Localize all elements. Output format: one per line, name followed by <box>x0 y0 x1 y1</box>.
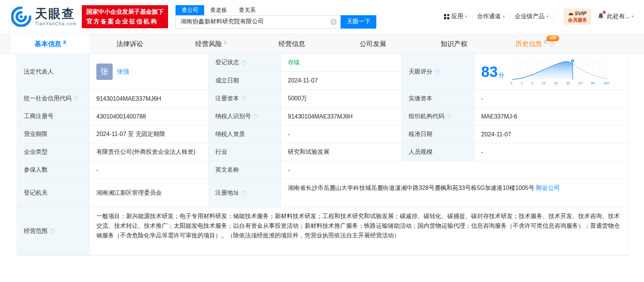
nav-item-partner[interactable]: 合作通道 ▾ <box>477 13 505 20</box>
tab-label: 经营风险 <box>195 39 222 48</box>
help-icon[interactable]: ? <box>241 190 247 196</box>
field-label: 行业 <box>215 148 227 156</box>
field-value: MAE337MJ-6 <box>481 113 517 120</box>
nav-item-apps[interactable]: 应用 ▾ <box>444 13 467 20</box>
field-label: 注册地址 <box>215 189 239 197</box>
company-type-label-cell: 企业类型 <box>17 143 90 161</box>
field-value: 研究和试验发展 <box>288 148 329 156</box>
search-tab-company[interactable]: 查公司 <box>176 5 204 15</box>
score-axis-tick: 3 <box>531 81 533 85</box>
field-value: 有限责任公司(外商投资企业法人独资) <box>96 148 196 156</box>
business-term-value-cell: 2024-11-07 至 无固定期限 <box>90 126 209 143</box>
nav-item-more[interactable]: 此处有... ▾ <box>607 13 634 20</box>
help-icon[interactable]: ? <box>73 96 79 101</box>
field-label: 成立日期 <box>215 77 239 85</box>
credit-code-value-cell: 91430104MAE337MJ6H <box>90 90 209 108</box>
chevron-down-icon: ▾ <box>631 14 634 19</box>
staff-size-label-cell: 人员规模 <box>402 143 474 161</box>
vip-badge: VIP <box>547 35 559 41</box>
field-value: 430104001400788 <box>96 113 146 120</box>
crown-icon <box>569 12 573 16</box>
tab-history-info[interactable]: VIP 历史信息 5 ? <box>495 34 576 54</box>
english-name-value-cell: - <box>281 161 629 179</box>
score-axis-tick: 97 <box>579 81 582 85</box>
nearby-companies-link[interactable]: 附近公司 <box>536 185 560 191</box>
industry-value-cell: 研究和试验发展 <box>281 143 402 161</box>
tab-operation-risk[interactable]: 经营风险 1 <box>170 34 251 54</box>
reg-status-value-cell: 存续 <box>281 54 402 72</box>
field-value: 2024-11-07 至 无固定期限 <box>96 130 165 138</box>
field-label: 天眼评分 <box>409 68 432 76</box>
field-value: - <box>481 149 483 156</box>
field-value: 91430104MAE337MJ6H <box>96 95 161 102</box>
nav-item-enterprise[interactable]: 企业级产品 ▾ <box>515 13 549 20</box>
field-label: 工商注册号 <box>24 113 54 120</box>
nav-enterprise-label: 企业级产品 <box>515 13 545 20</box>
help-icon[interactable]: ? <box>241 60 247 65</box>
score-value-cell: 83分 <box>474 54 629 90</box>
field-label: 注册资本 <box>215 95 239 103</box>
certification-badge: 国家中小企业发展子基金旗下 官方备案企业征信机构 <box>82 5 168 28</box>
search-tab-boss[interactable]: 查老板 <box>204 5 233 15</box>
tab-basic-info[interactable]: 基本信息 8 <box>11 34 89 54</box>
search-button[interactable]: 天眼一下 <box>341 15 376 29</box>
tianyancha-logo[interactable]: 天眼查 TianYanCha.com <box>11 7 77 27</box>
field-label: 核准日期 <box>409 130 432 138</box>
business-scope-label-cell: 经营范围 ? <box>17 207 90 255</box>
brand-domain: TianYanCha.com <box>35 21 77 26</box>
tab-count: 8 <box>63 39 66 45</box>
help-icon[interactable]: ? <box>434 69 440 75</box>
score-axis-tick: 85 <box>566 81 570 85</box>
taxpayer-quality-value-cell: - <box>281 126 402 143</box>
score-distribution-chart: 0131550859799100 <box>511 59 609 85</box>
field-label: 英文名称 <box>215 166 239 174</box>
tab-intellectual-property[interactable]: 知识产权 <box>413 34 495 54</box>
tab-company-development[interactable]: 公司发展 <box>332 34 413 54</box>
score-axis-tick: 0 <box>511 81 512 85</box>
field-value: - <box>288 131 290 138</box>
field-label: 经营范围 <box>24 227 48 235</box>
tab-legal-proceedings[interactable]: 法律诉讼 <box>89 34 170 54</box>
reg-authority-value-cell: 湖南湘江新区管理委员会 <box>90 179 209 207</box>
establish-date-value-cell: 2024-11-07 <box>281 72 402 90</box>
help-icon[interactable]: ? <box>549 41 555 47</box>
org-code-value-cell: MAE337MJ-6 <box>474 108 629 126</box>
score-axis-tick: 15 <box>542 81 545 85</box>
help-icon[interactable]: ? <box>49 228 55 234</box>
help-icon[interactable]: ? <box>241 96 247 101</box>
search-tab-relation[interactable]: 查关系 <box>233 5 261 15</box>
tab-operation-info[interactable]: 经营信息 <box>251 34 332 54</box>
clear-icon[interactable]: ✕ <box>330 19 337 25</box>
notifications-button[interactable] <box>597 12 605 22</box>
apps-grid-icon <box>444 14 450 20</box>
reg-capital-value-cell: 5000万 <box>281 90 402 108</box>
help-icon[interactable]: ? <box>253 114 258 119</box>
search-input[interactable] <box>176 19 341 25</box>
staff-size-value-cell: - <box>474 143 629 161</box>
company-type-value-cell: 有限责任公司(外商投资企业法人独资) <box>90 143 209 161</box>
chevron-down-icon: ▾ <box>465 14 467 19</box>
taxpayer-id-value-cell: 91430104MAE337MJ6H <box>281 108 402 126</box>
svip-service-label: 会员服务 <box>568 17 587 23</box>
legal-rep-link[interactable]: 张强 <box>117 68 129 76</box>
chevron-down-icon: ▾ <box>547 14 549 19</box>
nav-separator <box>472 14 472 19</box>
taxpayer-id-label-cell: 纳税人识别号 ? <box>209 108 281 126</box>
tab-count: 5 <box>544 39 547 45</box>
help-icon[interactable]: ? <box>446 114 452 119</box>
field-value: 湖南湘江新区管理委员会 <box>96 189 162 197</box>
score-curve-svg <box>511 59 609 81</box>
field-value: 91430104MAE337MJ6H <box>288 113 352 120</box>
score-label-cell: 天眼评分 ? <box>402 54 474 90</box>
field-value: 5000万 <box>288 95 307 103</box>
reg-number-value-cell: 430104001400788 <box>90 108 209 126</box>
legal-rep-value-cell: 张 张强 <box>90 54 209 90</box>
business-scope-value-cell: 一般项目：新兴能源技术研发；电子专用材料研发；储能技术服务；新材料技术研发；工程… <box>90 207 629 255</box>
nav-partner-label: 合作通道 <box>477 13 501 20</box>
top-header: 天眼查 TianYanCha.com 国家中小企业发展子基金旗下 官方备案企业征… <box>0 0 644 33</box>
field-label: 登记机关 <box>24 189 48 197</box>
field-value: 2024-11-07 <box>288 77 318 84</box>
svip-member-badge[interactable]: SVIP 会员服务 <box>564 9 591 25</box>
brand-name: 天眼查 <box>35 7 77 20</box>
score-axis-tick: 99 <box>591 81 595 85</box>
